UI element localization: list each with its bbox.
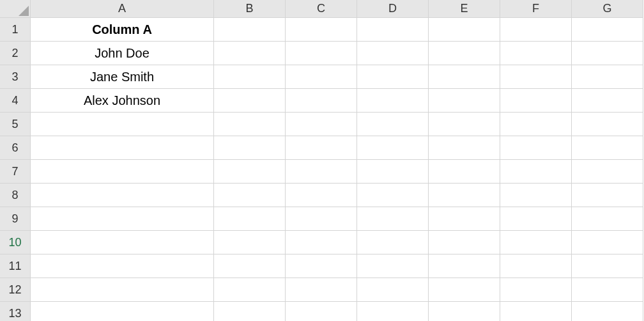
col-header-E[interactable]: E	[429, 0, 500, 18]
cell-F9[interactable]	[500, 207, 572, 231]
cell-F7[interactable]	[500, 160, 572, 184]
cell-A8[interactable]	[31, 184, 214, 207]
col-header-B[interactable]: B	[214, 0, 286, 18]
cell-A11[interactable]	[31, 254, 214, 278]
cell-E13[interactable]	[429, 302, 500, 321]
cell-E1[interactable]	[429, 18, 500, 42]
cell-D10[interactable]	[357, 231, 429, 254]
cell-F2[interactable]	[500, 42, 572, 65]
cell-C4[interactable]	[286, 89, 357, 113]
cell-E11[interactable]	[429, 254, 500, 278]
cell-E12[interactable]	[429, 278, 500, 302]
cell-A4[interactable]: Alex Johnson	[31, 89, 214, 113]
cell-A13[interactable]	[31, 302, 214, 321]
cell-G13[interactable]	[572, 302, 643, 321]
col-header-F[interactable]: F	[500, 0, 572, 18]
cell-C9[interactable]	[286, 207, 357, 231]
cell-C7[interactable]	[286, 160, 357, 184]
cell-G6[interactable]	[572, 136, 643, 160]
cell-A9[interactable]	[31, 207, 214, 231]
cell-C3[interactable]	[286, 65, 357, 89]
cell-G5[interactable]	[572, 113, 643, 136]
cell-E9[interactable]	[429, 207, 500, 231]
cell-C1[interactable]	[286, 18, 357, 42]
cell-B12[interactable]	[214, 278, 286, 302]
cell-E5[interactable]	[429, 113, 500, 136]
cell-E8[interactable]	[429, 184, 500, 207]
cell-G7[interactable]	[572, 160, 643, 184]
cell-G9[interactable]	[572, 207, 643, 231]
cell-G3[interactable]	[572, 65, 643, 89]
cell-C6[interactable]	[286, 136, 357, 160]
cell-F4[interactable]	[500, 89, 572, 113]
cell-G11[interactable]	[572, 254, 643, 278]
cell-G10[interactable]	[572, 231, 643, 254]
row-header-4[interactable]: 4	[0, 89, 31, 113]
cell-B13[interactable]	[214, 302, 286, 321]
cell-E4[interactable]	[429, 89, 500, 113]
cell-D9[interactable]	[357, 207, 429, 231]
cell-E3[interactable]	[429, 65, 500, 89]
cell-B2[interactable]	[214, 42, 286, 65]
cell-G12[interactable]	[572, 278, 643, 302]
cell-A6[interactable]	[31, 136, 214, 160]
cell-B11[interactable]	[214, 254, 286, 278]
cell-C13[interactable]	[286, 302, 357, 321]
cell-G1[interactable]	[572, 18, 643, 42]
cell-A5[interactable]	[31, 113, 214, 136]
cell-C8[interactable]	[286, 184, 357, 207]
row-header-8[interactable]: 8	[0, 184, 31, 207]
cell-C2[interactable]	[286, 42, 357, 65]
cell-F11[interactable]	[500, 254, 572, 278]
cell-A12[interactable]	[31, 278, 214, 302]
cell-B6[interactable]	[214, 136, 286, 160]
cell-D6[interactable]	[357, 136, 429, 160]
cell-D7[interactable]	[357, 160, 429, 184]
cell-A3[interactable]: Jane Smith	[31, 65, 214, 89]
cell-D1[interactable]	[357, 18, 429, 42]
row-header-11[interactable]: 11	[0, 254, 31, 278]
cell-A7[interactable]	[31, 160, 214, 184]
row-header-9[interactable]: 9	[0, 207, 31, 231]
cell-D13[interactable]	[357, 302, 429, 321]
cell-E2[interactable]	[429, 42, 500, 65]
row-header-2[interactable]: 2	[0, 42, 31, 65]
cell-G8[interactable]	[572, 184, 643, 207]
cell-B10[interactable]	[214, 231, 286, 254]
cell-B8[interactable]	[214, 184, 286, 207]
cell-B4[interactable]	[214, 89, 286, 113]
cell-B9[interactable]	[214, 207, 286, 231]
cell-F3[interactable]	[500, 65, 572, 89]
cell-D2[interactable]	[357, 42, 429, 65]
col-header-G[interactable]: G	[572, 0, 643, 18]
cell-E7[interactable]	[429, 160, 500, 184]
col-header-A[interactable]: A	[31, 0, 214, 18]
row-header-6[interactable]: 6	[0, 136, 31, 160]
cell-F13[interactable]	[500, 302, 572, 321]
row-header-1[interactable]: 1	[0, 18, 31, 42]
row-header-5[interactable]: 5	[0, 113, 31, 136]
col-header-C[interactable]: C	[286, 0, 357, 18]
select-all-corner[interactable]	[0, 0, 31, 18]
col-header-D[interactable]: D	[357, 0, 429, 18]
cell-B5[interactable]	[214, 113, 286, 136]
cell-E6[interactable]	[429, 136, 500, 160]
cell-B1[interactable]	[214, 18, 286, 42]
cell-G2[interactable]	[572, 42, 643, 65]
cell-F10[interactable]	[500, 231, 572, 254]
cell-D3[interactable]	[357, 65, 429, 89]
row-header-12[interactable]: 12	[0, 278, 31, 302]
row-header-10[interactable]: 10	[0, 231, 31, 254]
cell-D4[interactable]	[357, 89, 429, 113]
cell-C10[interactable]	[286, 231, 357, 254]
cell-F12[interactable]	[500, 278, 572, 302]
cell-F1[interactable]	[500, 18, 572, 42]
cell-C5[interactable]	[286, 113, 357, 136]
row-header-3[interactable]: 3	[0, 65, 31, 89]
cell-F8[interactable]	[500, 184, 572, 207]
cell-B7[interactable]	[214, 160, 286, 184]
cell-G4[interactable]	[572, 89, 643, 113]
cell-C11[interactable]	[286, 254, 357, 278]
row-header-7[interactable]: 7	[0, 160, 31, 184]
cell-D12[interactable]	[357, 278, 429, 302]
